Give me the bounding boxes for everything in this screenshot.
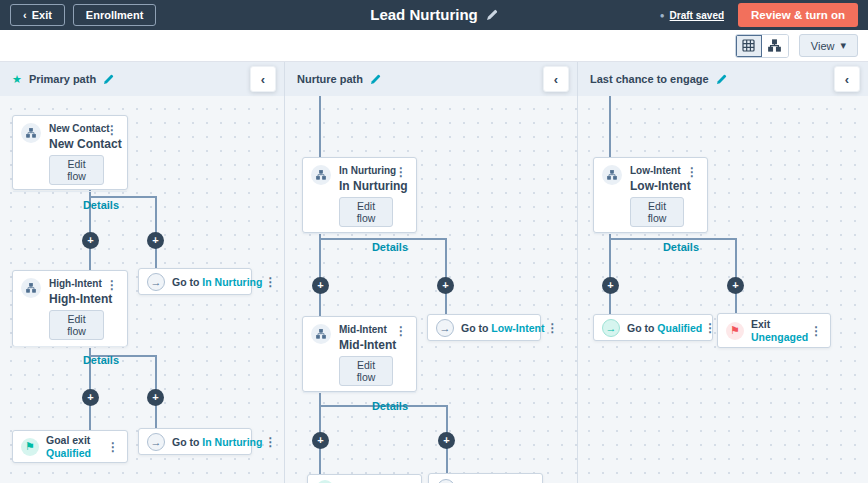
step-title: High-Intent [49, 292, 104, 306]
goto-arrow-icon: → [436, 319, 454, 337]
draft-status-label: Draft saved [670, 10, 724, 21]
connector [609, 96, 611, 157]
step-card-new-contact[interactable]: New Contact New Contact Edit flow ⋮ Deta… [12, 115, 128, 190]
step-title: New Contact [49, 137, 104, 151]
flow-icon [21, 278, 41, 298]
goto-card-in-nurturing-2[interactable]: → Go to In Nurturing ⋮ [138, 428, 252, 455]
draft-dot-icon: ● [660, 11, 665, 20]
view-dropdown-label: View [811, 40, 835, 52]
kebab-menu-icon[interactable]: ⋮ [544, 321, 560, 335]
step-card-mid-intent[interactable]: Mid-Intent Mid-Intent Edit flow ⋮ Detail… [302, 316, 417, 392]
edit-flow-button[interactable]: Edit flow [49, 310, 104, 340]
step-label: New Contact [49, 123, 104, 135]
step-card-high-intent[interactable]: High-Intent High-Intent Edit flow ⋮ Deta… [12, 270, 128, 347]
details-link[interactable]: Details [83, 354, 119, 366]
goto-text: Go to In Nurturing [172, 276, 262, 288]
goto-arrow-icon: → [147, 273, 165, 291]
flow-icon [311, 165, 331, 185]
details-link[interactable]: Details [663, 241, 699, 253]
edit-flow-button[interactable]: Edit flow [339, 197, 393, 227]
goto-text: Go to In Nurturing [172, 436, 262, 448]
workflow-canvas: ★ Primary path ‹ Nurture path ‹ Last cha… [0, 62, 868, 483]
add-step-button[interactable]: + [82, 389, 99, 406]
exit-button-label: Exit [32, 9, 52, 21]
kebab-menu-icon[interactable]: ⋮ [104, 278, 120, 292]
step-label: Low-Intent [630, 165, 684, 177]
goto-text: Go to Qualified [627, 322, 702, 334]
kebab-menu-icon[interactable]: ⋮ [702, 321, 718, 335]
kebab-menu-icon[interactable]: ⋮ [262, 435, 278, 449]
layout-segmented-control [735, 34, 789, 58]
step-label: High-Intent [49, 278, 104, 290]
edit-flow-button[interactable]: Edit flow [49, 155, 104, 185]
view-dropdown[interactable]: View ▾ [799, 34, 858, 57]
back-chevron-icon: ‹ [23, 9, 27, 21]
kebab-menu-icon[interactable]: ⋮ [262, 275, 278, 289]
top-navbar: ‹ Exit Enrollment Lead Nurturing ● Draft… [0, 0, 868, 30]
connector [445, 238, 447, 314]
step-title: Mid-Intent [339, 338, 393, 352]
step-card-in-nurturing[interactable]: In Nurturing In Nurturing Edit flow ⋮ De… [302, 157, 417, 233]
workflow-title: Lead Nurturing [370, 6, 478, 23]
goal-exit-text: Goal exit Qualified [46, 434, 91, 459]
connector [735, 238, 737, 313]
add-step-button[interactable]: + [602, 277, 619, 294]
cutoff-card-right[interactable] [428, 473, 543, 483]
review-turn-on-button[interactable]: Review & turn on [738, 3, 858, 27]
cutoff-card-left[interactable] [307, 474, 422, 483]
caret-down-icon: ▾ [840, 39, 846, 52]
step-label: Mid-Intent [339, 324, 393, 336]
grid-icon [742, 39, 755, 52]
step-title: Low-Intent [630, 179, 684, 193]
add-step-button[interactable]: + [438, 432, 455, 449]
details-link[interactable]: Details [372, 400, 408, 412]
kebab-menu-icon[interactable]: ⋮ [104, 123, 120, 137]
add-step-button[interactable]: + [147, 232, 164, 249]
edit-flow-button[interactable]: Edit flow [339, 356, 393, 386]
kebab-menu-icon[interactable]: ⋮ [684, 165, 700, 179]
step-card-low-intent[interactable]: Low-Intent Low-Intent Edit flow ⋮ Detail… [593, 157, 708, 233]
goto-text: Go to Low-Intent [461, 322, 544, 334]
kebab-menu-icon[interactable]: ⋮ [393, 324, 409, 338]
goto-card-in-nurturing-1[interactable]: → Go to In Nurturing ⋮ [138, 268, 252, 295]
edit-flow-button[interactable]: Edit flow [630, 197, 684, 227]
nodes-layer: + + + + + + + + + + New Contact New Cont… [0, 62, 868, 483]
edit-title-pencil-icon[interactable] [486, 9, 498, 21]
add-step-button[interactable]: + [312, 432, 329, 449]
kebab-menu-icon[interactable]: ⋮ [105, 440, 121, 454]
add-step-button[interactable]: + [82, 232, 99, 249]
add-step-button[interactable]: + [147, 389, 164, 406]
goto-card-qualified[interactable]: → Go to Qualified ⋮ [593, 314, 713, 341]
enrollment-button-label: Enrollment [86, 9, 143, 21]
add-step-button[interactable]: + [437, 277, 454, 294]
exit-text: Exit Unengaged [751, 318, 808, 343]
exit-button[interactable]: ‹ Exit [10, 4, 65, 26]
step-title: In Nurturing [339, 179, 393, 193]
enrollment-button[interactable]: Enrollment [73, 4, 156, 26]
connector [319, 96, 321, 157]
goto-arrow-icon [437, 479, 455, 483]
exit-card-unengaged[interactable]: ⚑ Exit Unengaged ⋮ [717, 313, 831, 348]
tree-view-button[interactable] [762, 35, 788, 57]
goal-exit-card[interactable]: ⚑ Goal exit Qualified ⋮ [12, 430, 128, 463]
draft-status[interactable]: ● Draft saved [660, 10, 724, 21]
sitemap-icon [768, 39, 781, 52]
flow-icon [602, 165, 622, 185]
exit-flag-icon: ⚑ [726, 322, 744, 340]
kebab-menu-icon[interactable]: ⋮ [808, 324, 824, 338]
goto-arrow-icon: → [147, 433, 165, 451]
grid-view-button[interactable] [736, 35, 762, 57]
kebab-menu-icon[interactable]: ⋮ [393, 165, 409, 179]
details-link[interactable]: Details [372, 241, 408, 253]
goto-arrow-icon: → [602, 319, 620, 337]
add-step-button[interactable]: + [727, 277, 744, 294]
flow-icon [311, 324, 331, 344]
goto-card-low-intent[interactable]: → Go to Low-Intent ⋮ [427, 314, 541, 341]
add-step-button[interactable]: + [312, 277, 329, 294]
details-link[interactable]: Details [83, 199, 119, 211]
flow-icon [21, 123, 41, 143]
goal-flag-icon: ⚑ [21, 438, 39, 456]
view-toolbar: View ▾ [0, 30, 868, 62]
step-label: In Nurturing [339, 165, 393, 177]
